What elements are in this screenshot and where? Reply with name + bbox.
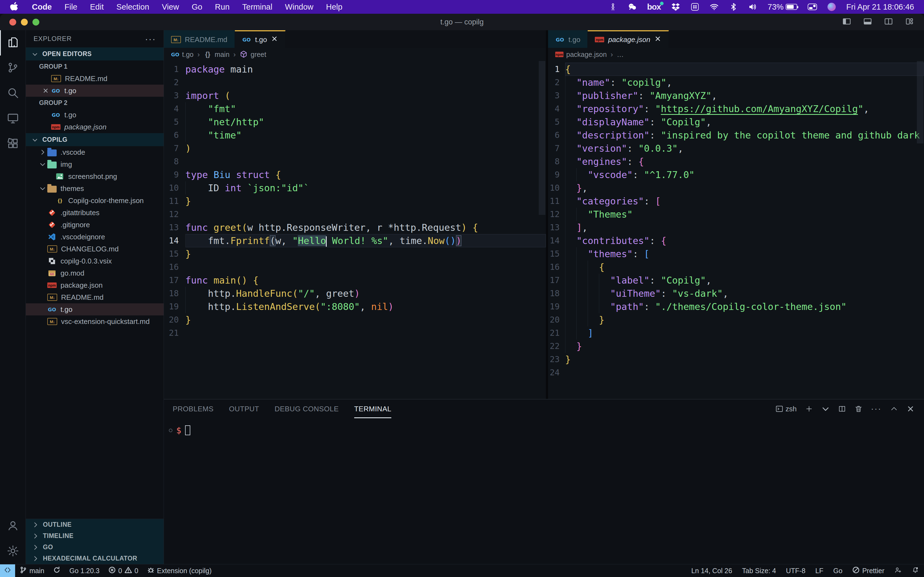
terminal[interactable]: $ — [164, 418, 924, 435]
status-debug-target[interactable]: Extension (copilg) — [143, 564, 216, 577]
code-line-18[interactable]: http.HandleFunc("/", greet) — [185, 287, 546, 300]
menu-item-terminal[interactable]: Terminal — [242, 2, 273, 11]
volume-icon[interactable] — [748, 2, 757, 11]
battery-indicator[interactable]: 73% — [767, 2, 797, 11]
status-indentation[interactable]: Tab Size: 4 — [737, 564, 781, 577]
breadcrumb-group-1[interactable]: GOt.go›{}main›greet — [164, 48, 546, 61]
tree-item-gitattributes[interactable]: .gitattributes — [26, 206, 164, 219]
menu-item-selection[interactable]: Selection — [116, 2, 149, 11]
close-icon[interactable] — [654, 35, 661, 44]
tree-item-vsc-extension-quickstart-md[interactable]: M↓vsc-extension-quickstart.md — [26, 316, 164, 327]
code-line-1[interactable]: { — [565, 63, 924, 76]
tab-readme-md[interactable]: M↓README.md — [164, 30, 235, 48]
status-encoding[interactable]: UTF-8 — [781, 564, 811, 577]
code-line-20[interactable]: } — [565, 313, 924, 326]
tree-item-go-mod[interactable]: GOgo.mod — [26, 267, 164, 279]
code-line-16[interactable]: { — [565, 261, 924, 274]
code-line-21[interactable]: ] — [565, 326, 924, 340]
status-cursor-position[interactable]: Ln 14, Col 26 — [687, 564, 737, 577]
code-line-2[interactable] — [185, 76, 546, 89]
close-window-button[interactable] — [9, 19, 16, 26]
code-content[interactable]: package mainimport ( "fmt" "net/http" "t… — [185, 63, 546, 399]
breadcrumb-group-2[interactable]: npmpackage.json›… — [548, 48, 924, 61]
status-notifications[interactable] — [907, 564, 924, 577]
code-line-17[interactable]: "label": "Copilg", — [565, 274, 924, 287]
tree-item-vscode[interactable]: .vscode — [26, 146, 164, 158]
close-panel-button[interactable] — [906, 405, 915, 413]
status-sync[interactable] — [48, 564, 65, 577]
code-line-12[interactable] — [185, 208, 546, 221]
menu-item-help[interactable]: Help — [326, 2, 342, 11]
tree-item-copilg-0-0-3-vsix[interactable]: copilg-0.0.3.vsix — [26, 255, 164, 267]
sidebar-section-go[interactable]: GO — [26, 542, 164, 553]
kill-terminal-button[interactable] — [855, 405, 863, 413]
tree-item-copilg-color-theme-json[interactable]: { }Copilg-color-theme.json — [26, 195, 164, 206]
activity-bar-account[interactable] — [0, 514, 26, 539]
menu-item-edit[interactable]: Edit — [90, 2, 104, 11]
status-language-mode[interactable]: Go — [828, 564, 847, 577]
user-icon[interactable] — [609, 2, 617, 11]
code-line-11[interactable]: "categories": [ — [565, 195, 924, 208]
code-line-10[interactable]: ID int `json:"id"` — [185, 181, 546, 195]
menu-item-go[interactable]: Go — [192, 2, 202, 11]
status-problems[interactable]: 00 — [104, 564, 143, 577]
code-line-15[interactable]: "themes": [ — [565, 247, 924, 261]
open-editor-item-t-go[interactable]: GOt.go — [26, 85, 164, 97]
tree-item-themes[interactable]: themes — [26, 182, 164, 195]
terminal-picker-button[interactable] — [821, 405, 830, 413]
close-icon[interactable] — [40, 87, 51, 94]
keypad-icon[interactable] — [691, 2, 699, 11]
breadcrumb-item-t-go[interactable]: GOt.go — [171, 50, 194, 58]
maximize-panel-button[interactable] — [890, 405, 898, 413]
code-line-11[interactable]: } — [185, 195, 546, 208]
siri-icon[interactable] — [827, 3, 836, 11]
tree-item-changelog-md[interactable]: M↓CHANGELOG.md — [26, 243, 164, 255]
code-line-23[interactable]: } — [565, 353, 924, 366]
code-line-7[interactable]: "version": "0.0.3", — [565, 142, 924, 155]
toggle-panel-icon[interactable] — [863, 17, 872, 27]
activity-bar-remote-explorer[interactable] — [0, 106, 26, 131]
code-line-5[interactable]: "net/http" — [185, 115, 546, 129]
menu-item-run[interactable]: Run — [215, 2, 229, 11]
minimize-window-button[interactable] — [21, 19, 28, 26]
code-editor-packagejson[interactable]: 123456789101112131415161718192021222324 … — [548, 61, 924, 399]
code-line-18[interactable]: "uiTheme": "vs-dark", — [565, 287, 924, 300]
open-editor-item-t-go[interactable]: GOt.go — [26, 109, 164, 121]
wifi-icon[interactable] — [710, 2, 719, 11]
open-editor-item-readme-md[interactable]: M↓README.md — [26, 73, 164, 85]
code-line-17[interactable]: func main() { — [185, 274, 546, 287]
dropbox-icon[interactable] — [671, 2, 680, 11]
code-line-12[interactable]: "Themes" — [565, 208, 924, 221]
code-line-9[interactable]: "vscode": "^1.77.0" — [565, 168, 924, 181]
vertical-scrollbar[interactable] — [917, 61, 924, 143]
code-line-21[interactable] — [185, 326, 546, 340]
code-line-14[interactable]: "contributes": { — [565, 234, 924, 247]
menu-item-window[interactable]: Window — [285, 2, 313, 11]
code-line-13[interactable]: func greet(w http.ResponseWriter, r *htt… — [185, 221, 546, 234]
panel-tab-terminal[interactable]: TERMINAL — [354, 400, 391, 418]
control-center-icon[interactable] — [808, 3, 817, 10]
code-line-16[interactable] — [185, 261, 546, 274]
toggle-secondary-sidebar-icon[interactable] — [884, 17, 893, 27]
code-line-14[interactable]: fmt.Fprintf(w, "Hello World! %s", time.N… — [185, 234, 546, 247]
code-line-19[interactable]: "path": "./themes/Copilg-color-theme.jso… — [565, 300, 924, 313]
status-eol[interactable]: LF — [811, 564, 828, 577]
code-line-22[interactable]: } — [565, 340, 924, 353]
tree-item-t-go[interactable]: GOt.go — [26, 303, 164, 316]
status-remote[interactable] — [0, 564, 15, 577]
panel-tab-debug-console[interactable]: DEBUG CONSOLE — [275, 400, 339, 418]
activity-bar-explorer[interactable] — [0, 30, 26, 55]
code-line-3[interactable]: "publisher": "AmyangXYZ", — [565, 89, 924, 102]
folder-root-header[interactable]: COPILG — [26, 133, 164, 146]
code-line-8[interactable]: "engines": { — [565, 155, 924, 168]
tree-item-screenshot-png[interactable]: screenshot.png — [26, 170, 164, 182]
wechat-icon[interactable] — [628, 2, 636, 11]
menu-bar-clock[interactable]: Fri Apr 21 18:06:46 — [846, 2, 914, 11]
code-line-15[interactable]: } — [185, 247, 546, 261]
terminal-shell-button[interactable]: zsh — [775, 405, 797, 413]
code-line-20[interactable]: } — [185, 313, 546, 326]
sidebar-section-timeline[interactable]: TIMELINE — [26, 530, 164, 542]
breadcrumb-item-greet[interactable]: greet — [239, 50, 266, 58]
panel-tab-output[interactable]: OUTPUT — [229, 400, 259, 418]
sidebar-section-outline[interactable]: OUTLINE — [26, 519, 164, 530]
